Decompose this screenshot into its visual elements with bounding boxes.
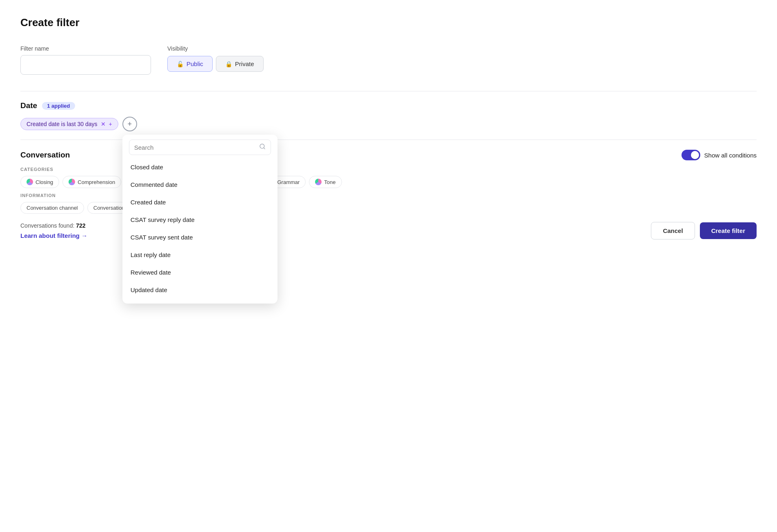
conversations-found: Conversations found: 722	[20, 222, 87, 229]
dropdown-item-created-date[interactable]: Created date	[122, 193, 278, 211]
dropdown-search-input[interactable]	[134, 144, 256, 151]
tag-closing[interactable]: Closing	[20, 176, 59, 188]
visibility-buttons: 🔓 Public 🔒 Private	[167, 56, 264, 72]
show-all-label: Show all conditions	[704, 152, 757, 159]
public-button[interactable]: 🔓 Public	[167, 56, 213, 72]
cancel-button[interactable]: Cancel	[651, 222, 695, 239]
footer-actions: Cancel Create filter	[651, 222, 757, 239]
info-chip-channel[interactable]: Conversation channel	[20, 202, 84, 214]
chip-add-icon[interactable]: +	[109, 121, 112, 127]
lock-open-icon: 🔓	[177, 61, 184, 67]
dropdown-search-container	[129, 140, 271, 155]
conversation-title: Conversation	[20, 151, 70, 160]
filter-name-input[interactable]	[20, 55, 151, 75]
search-icon	[259, 143, 266, 151]
section-divider	[20, 91, 757, 91]
visibility-label: Visibility	[167, 45, 264, 52]
filter-name-label: Filter name	[20, 45, 151, 52]
lock-icon: 🔒	[225, 61, 232, 67]
dropdown-item-closed-date[interactable]: Closed date	[122, 158, 278, 176]
date-dropdown-menu: Closed date Commented date Created date …	[122, 135, 278, 304]
date-section-header: Date 1 applied	[20, 101, 757, 110]
date-section-title: Date	[20, 101, 37, 110]
dropdown-item-csat-sent[interactable]: CSAT survey sent date	[122, 228, 278, 246]
created-date-chip: Created date is last 30 days ✕ +	[20, 118, 118, 130]
filter-name-group: Filter name	[20, 45, 151, 75]
add-filter-dropdown-container: + Closed date Commented date Created dat…	[122, 117, 137, 131]
create-filter-button[interactable]: Create filter	[700, 222, 757, 239]
dropdown-item-csat-reply[interactable]: CSAT survey reply date	[122, 211, 278, 228]
svg-line-1	[264, 148, 265, 149]
plus-icon: +	[127, 120, 132, 129]
tag-tone[interactable]: Tone	[309, 176, 342, 188]
dropdown-item-reviewed-date[interactable]: Reviewed date	[122, 264, 278, 281]
category-icon	[27, 179, 33, 185]
toggle-knob	[691, 151, 699, 159]
dropdown-item-commented-date[interactable]: Commented date	[122, 176, 278, 193]
page-title: Create filter	[20, 16, 757, 29]
dropdown-item-updated-date[interactable]: Updated date	[122, 281, 278, 299]
form-section: Filter name Visibility 🔓 Public 🔒 Privat…	[20, 45, 757, 75]
category-icon	[315, 179, 322, 185]
show-all-toggle[interactable]	[682, 150, 700, 160]
dropdown-item-last-reply[interactable]: Last reply date	[122, 246, 278, 264]
chip-label: Created date is last 30 days	[27, 121, 98, 127]
filter-chips-row: Created date is last 30 days ✕ + + Close…	[20, 117, 757, 131]
tag-comprehension[interactable]: Comprehension	[62, 176, 121, 188]
date-applied-badge: 1 applied	[42, 102, 75, 110]
category-icon	[69, 179, 75, 185]
visibility-group: Visibility 🔓 Public 🔒 Private	[167, 45, 264, 72]
add-filter-button[interactable]: +	[122, 117, 137, 131]
private-button[interactable]: 🔒 Private	[216, 56, 264, 72]
left-footer: Conversations found: 722 Learn about fil…	[20, 222, 87, 239]
learn-about-filtering-link[interactable]: Learn about filtering →	[20, 232, 87, 239]
show-all-row: Show all conditions	[682, 150, 757, 160]
chip-close-icon[interactable]: ✕	[101, 121, 106, 127]
